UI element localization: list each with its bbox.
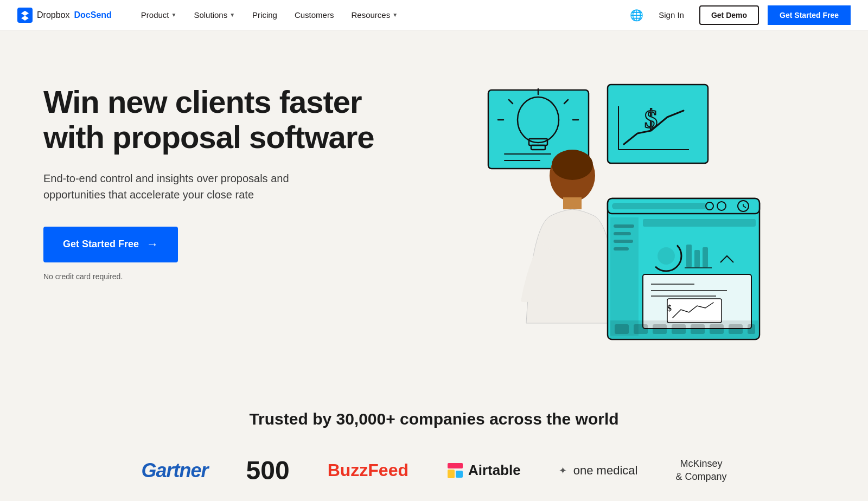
svg-rect-32: [643, 219, 756, 227]
nav-customers[interactable]: Customers: [287, 6, 342, 24]
svg-point-34: [658, 247, 675, 265]
nav-pricing[interactable]: Pricing: [245, 6, 285, 24]
logo-buzzfeed: BuzzFeed: [328, 460, 409, 480]
dropbox-icon: [17, 8, 33, 23]
svg-rect-46: [615, 324, 629, 334]
trusted-section: Trusted by 30,000+ companies across the …: [0, 377, 868, 501]
svg-rect-48: [653, 324, 667, 334]
svg-rect-52: [729, 324, 743, 334]
nav-resources[interactable]: Resources ▼: [343, 6, 405, 24]
get-started-nav-button[interactable]: Get Started Free: [768, 5, 851, 25]
svg-rect-21: [612, 203, 707, 209]
hero-subtitle: End-to-end control and insights over pro…: [43, 170, 336, 203]
logo-link[interactable]: Dropbox DocSend: [17, 8, 112, 23]
solutions-chevron-icon: ▼: [229, 12, 235, 18]
logos-row: Gartner 500 BuzzFeed Airtable ✦ one medi…: [43, 455, 825, 485]
no-credit-text: No credit card required.: [43, 272, 380, 281]
hero-illustration-svg: $: [456, 74, 770, 345]
cta-arrow-icon: →: [146, 237, 158, 252]
airtable-icon: [446, 462, 464, 479]
svg-rect-30: [614, 240, 633, 243]
svg-rect-12: [608, 85, 708, 163]
svg-rect-53: [748, 324, 755, 334]
logo-dropbox-text: Dropbox: [37, 10, 69, 20]
svg-rect-31: [614, 247, 629, 251]
resources-chevron-icon: ▼: [392, 12, 398, 18]
svg-rect-37: [703, 247, 708, 267]
nav-product[interactable]: Product ▼: [133, 6, 184, 24]
logo-docsend-text: DocSend: [74, 10, 111, 20]
hero-left: Win new clients faster with proposal sof…: [43, 74, 380, 281]
trusted-heading: Trusted by 30,000+ companies across the …: [43, 410, 825, 428]
hero-section: Win new clients faster with proposal sof…: [0, 30, 868, 377]
svg-rect-28: [614, 224, 634, 228]
logo-one-medical: ✦ one medical: [559, 464, 638, 478]
product-chevron-icon: ▼: [171, 12, 177, 18]
logo-airtable: Airtable: [446, 462, 521, 479]
nav-links: Product ▼ Solutions ▼ Pricing Customers …: [133, 6, 630, 24]
logo-gartner: Gartner: [142, 459, 208, 482]
get-demo-button[interactable]: Get Demo: [699, 5, 759, 25]
svg-text:$: $: [667, 304, 672, 313]
nav-right: 🌐 Sign In Get Demo Get Started Free: [630, 5, 851, 25]
hero-illustration: $: [401, 74, 825, 345]
logo-500: 500: [246, 455, 290, 485]
svg-rect-54: [448, 470, 455, 478]
signin-button[interactable]: Sign In: [652, 6, 691, 24]
svg-rect-57: [456, 463, 463, 468]
language-button[interactable]: 🌐: [630, 9, 643, 22]
svg-text:$: $: [644, 105, 658, 133]
svg-rect-29: [614, 232, 631, 235]
svg-rect-35: [686, 245, 692, 267]
hero-cta-button[interactable]: Get Started Free →: [43, 227, 178, 262]
navbar: Dropbox DocSend Product ▼ Solutions ▼ Pr…: [0, 0, 868, 30]
svg-rect-49: [672, 324, 686, 334]
logo-mckinsey: McKinsey& Company: [675, 458, 726, 483]
hero-title: Win new clients faster with proposal sof…: [43, 85, 380, 155]
svg-rect-36: [694, 250, 700, 267]
svg-rect-47: [634, 324, 648, 334]
nav-solutions[interactable]: Solutions ▼: [186, 6, 242, 24]
svg-rect-51: [710, 324, 724, 334]
svg-rect-55: [456, 471, 463, 478]
svg-point-17: [552, 150, 593, 180]
svg-rect-50: [691, 324, 705, 334]
svg-rect-18: [563, 197, 582, 209]
